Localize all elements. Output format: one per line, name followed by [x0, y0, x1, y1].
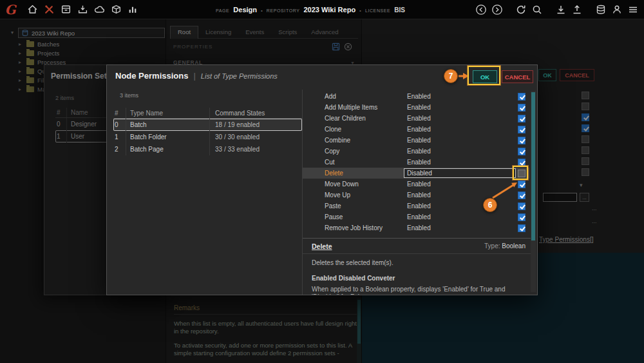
type-value: Boolean — [502, 242, 526, 250]
permission-checkbox[interactable] — [518, 191, 526, 199]
permission-name: Move Up — [325, 191, 407, 199]
permission-value: Enabled — [407, 191, 518, 199]
node-permissions-dialog: Node Permissions | List of Type Permissi… — [106, 64, 538, 295]
permission-checkbox[interactable] — [518, 213, 526, 221]
permission-value: Enabled — [407, 126, 518, 133]
permission-row[interactable]: CloneEnabled — [303, 124, 529, 135]
permission-row[interactable]: DeleteDisabled — [303, 168, 529, 179]
type-row[interactable]: 0Batch18 / 19 enabled — [113, 119, 302, 131]
forward-icon[interactable] — [491, 4, 503, 15]
menu-icon[interactable] — [627, 4, 639, 15]
page-value[interactable]: Design — [233, 6, 257, 14]
separator-dot: • — [261, 8, 263, 14]
type-row[interactable]: 1Batch Folder30 / 30 enabled — [113, 131, 302, 143]
title-separator: | — [193, 71, 195, 81]
permission-name: Pause — [325, 213, 407, 221]
converter-text: When applied to a Boolean property, disp… — [303, 282, 531, 295]
back-icon[interactable] — [475, 4, 487, 15]
permission-row[interactable]: PauseEnabled — [303, 211, 529, 222]
topbar-nav-icons — [27, 4, 138, 15]
refresh-icon[interactable] — [515, 4, 527, 15]
cancel-button[interactable]: CANCEL — [502, 70, 533, 83]
permission-value: Enabled — [407, 224, 518, 231]
repository-value[interactable]: 2023 Wiki Repo — [304, 6, 356, 14]
permission-name: Move Down — [325, 181, 407, 188]
row-index: 2 — [115, 143, 126, 155]
permission-value: Enabled — [407, 202, 518, 210]
permission-checkbox[interactable] — [518, 148, 526, 155]
permission-name: Add Multiple Items — [325, 104, 407, 111]
tools-icon[interactable] — [44, 4, 55, 15]
row-name: Batch Folder — [126, 131, 210, 143]
permission-checkbox[interactable] — [518, 202, 526, 210]
permission-value: Enabled — [407, 213, 518, 221]
cloud-icon[interactable] — [94, 4, 105, 15]
permission-checkbox[interactable] — [518, 159, 526, 166]
permission-checkbox[interactable] — [518, 126, 526, 133]
permission-name: Clear Children — [325, 115, 407, 122]
column-index: # — [115, 108, 126, 118]
row-index: 1 — [115, 131, 126, 143]
user-icon[interactable] — [611, 4, 623, 15]
inbox-icon[interactable] — [77, 4, 88, 15]
step-marker-6: 6 — [483, 198, 497, 212]
row-index: 0 — [115, 119, 126, 131]
permission-row[interactable]: CopyEnabled — [303, 146, 529, 157]
dialog-scrollbar[interactable] — [531, 91, 536, 292]
dialog-subtitle: List of Type Permissions — [201, 72, 278, 80]
row-name: Batch Page — [126, 143, 210, 155]
scrollbar-thumb[interactable] — [531, 92, 535, 240]
home-icon[interactable] — [27, 4, 38, 15]
search-icon[interactable] — [531, 4, 543, 15]
permission-row[interactable]: Move UpEnabled — [303, 190, 529, 201]
topbar-actions — [475, 0, 639, 19]
permission-row[interactable]: CombineEnabled — [303, 135, 529, 146]
upload-icon[interactable] — [571, 4, 583, 15]
permission-row[interactable]: AddEnabled — [303, 91, 529, 102]
column-command-states: Command States — [210, 110, 302, 117]
topbar-context: PAGE Design • REPOSITORY 2023 Wiki Repo … — [216, 6, 405, 14]
permission-checkbox[interactable] — [518, 104, 526, 112]
step-marker-7: 7 — [444, 69, 458, 83]
row-command-states: 33 / 33 enabled — [210, 146, 302, 153]
permission-value: Enabled — [407, 93, 518, 100]
permission-row[interactable]: CutEnabled — [303, 157, 529, 168]
permission-value: Enabled — [407, 115, 518, 122]
dialog-title: Node Permissions — [115, 71, 188, 81]
permission-name: Clone — [325, 126, 407, 133]
permission-checkbox[interactable] — [518, 224, 526, 232]
description-text: Deletes the selected item(s). — [303, 254, 531, 266]
permission-row[interactable]: Move DownEnabled — [303, 179, 529, 190]
database-icon[interactable] — [595, 4, 607, 15]
column-type-name: Type Name — [126, 108, 210, 118]
permission-row[interactable]: Clear ChildrenEnabled — [303, 113, 529, 124]
type-list-header: # Type Name Command States — [113, 108, 302, 119]
app-logo[interactable]: G — [0, 2, 21, 17]
permission-checkbox[interactable] — [518, 181, 526, 188]
download-icon[interactable] — [555, 4, 567, 15]
page-label: PAGE — [216, 8, 229, 13]
stats-icon[interactable] — [128, 4, 138, 15]
permission-value: Enabled — [407, 181, 518, 188]
permission-checkbox[interactable] — [518, 137, 526, 144]
permission-value: Enabled — [407, 137, 518, 144]
type-list: # Type Name Command States 0Batch18 / 19… — [113, 108, 302, 155]
permission-row[interactable]: Remove Job HistoryEnabled — [303, 222, 529, 233]
description-property-name: Delete — [312, 242, 332, 250]
package-icon[interactable] — [111, 4, 122, 15]
permission-row[interactable]: Add Multiple ItemsEnabled — [303, 102, 529, 113]
permission-value-editor[interactable]: Disabled — [404, 168, 516, 178]
permission-name: Delete — [325, 170, 407, 177]
type-label: Type: — [484, 242, 500, 250]
topbar: G PAGE Design • REPOSITORY 2023 Wiki Rep… — [0, 0, 644, 19]
permission-value: Enabled — [407, 104, 518, 111]
permission-checkbox[interactable] — [518, 93, 526, 101]
permission-checkbox[interactable] — [518, 115, 526, 123]
archive-icon[interactable] — [61, 4, 71, 15]
row-command-states: 30 / 30 enabled — [210, 133, 302, 141]
highlight-box-checkbox — [513, 166, 528, 180]
type-row[interactable]: 2Batch Page33 / 33 enabled — [113, 143, 302, 155]
licensee-label: LICENSEE — [365, 8, 390, 13]
licensee-value: BIS — [394, 6, 405, 14]
description-property-type: Type: Boolean — [484, 242, 526, 250]
